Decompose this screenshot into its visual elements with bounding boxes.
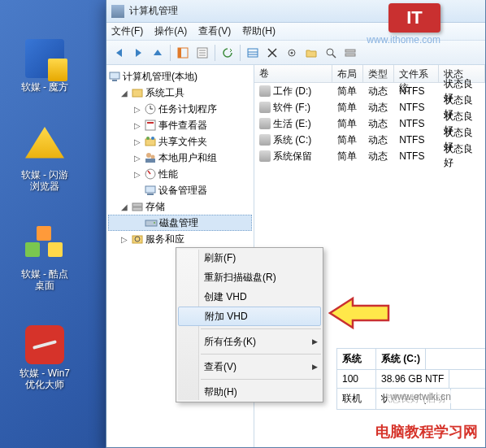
- separator: [170, 45, 171, 61]
- volume-icon: [259, 102, 271, 113]
- services-icon: [131, 233, 144, 246]
- watermark-url: www.etwiki.cn: [387, 390, 454, 403]
- svg-rect-34: [132, 203, 142, 207]
- refresh-button[interactable]: [219, 44, 236, 62]
- expand-icon[interactable]: ▷: [132, 169, 142, 179]
- tree-item[interactable]: ▷任务计划程序: [108, 101, 252, 117]
- node-label: 共享文件夹: [158, 135, 207, 149]
- menu-view[interactable]: 查看(V): [198, 24, 231, 38]
- properties-button[interactable]: [193, 44, 211, 62]
- folder-icon: [306, 48, 317, 58]
- tree-storage[interactable]: ◢存储: [108, 198, 252, 215]
- desktop-icon[interactable]: 软媒 - 闪游浏览器: [16, 127, 73, 192]
- icon-label: 软媒 - 闪游浏览器: [16, 169, 73, 192]
- tree-item[interactable]: 设备管理器: [108, 182, 252, 198]
- tree-item[interactable]: ▷本地用户和组: [108, 150, 252, 166]
- tree-diskmgmt[interactable]: 磁盘管理: [108, 215, 252, 231]
- scheduler-icon: [144, 102, 157, 115]
- search-icon: [325, 47, 336, 59]
- svg-rect-24: [147, 122, 154, 124]
- col-layout[interactable]: 布局: [332, 65, 363, 82]
- volume-icon: [259, 134, 271, 146]
- svg-point-26: [146, 137, 150, 140]
- collapse-icon[interactable]: ◢: [119, 202, 129, 211]
- svg-point-29: [151, 155, 155, 159]
- expand-icon[interactable]: ▷: [132, 104, 142, 114]
- expand-icon[interactable]: ▷: [119, 234, 129, 244]
- tree-systools[interactable]: ◢系统工具: [108, 85, 252, 101]
- it-logo: IT: [388, 3, 440, 33]
- disk-view-button[interactable]: [341, 44, 359, 62]
- expand-icon[interactable]: ▷: [132, 153, 142, 163]
- desktop-icon[interactable]: 软媒 - 酷点桌面: [16, 226, 73, 291]
- submenu-arrow-icon: ▶: [312, 363, 318, 371]
- col-volume[interactable]: 卷: [254, 65, 332, 82]
- open-button[interactable]: [302, 44, 320, 62]
- col-type[interactable]: 类型: [363, 65, 394, 82]
- menu-separator: [201, 354, 321, 354]
- cubes-icon: [25, 226, 64, 265]
- eventviewer-icon: [144, 119, 157, 132]
- icon-label: 软媒 - Win7优化大师: [16, 368, 73, 390]
- export-button[interactable]: [244, 44, 262, 62]
- delete-button[interactable]: [263, 44, 281, 62]
- desktop-icon[interactable]: 软媒 - 魔方: [16, 39, 73, 93]
- svg-point-28: [146, 153, 151, 158]
- collapse-icon[interactable]: ◢: [119, 88, 129, 98]
- forward-button[interactable]: [129, 44, 147, 62]
- expand-icon[interactable]: ▷: [132, 120, 142, 130]
- svg-rect-6: [248, 49, 258, 57]
- node-label: 任务计划程序: [158, 102, 217, 116]
- volume-list: 工作 (D:)简单动态NTFS状态良好 软件 (F:)简单动态NTFS状态良好 …: [254, 83, 485, 164]
- tree-services[interactable]: ▷服务和应: [108, 231, 252, 247]
- tree-root[interactable]: 计算机管理(本地): [108, 68, 252, 85]
- arrow-right-icon: [136, 49, 141, 57]
- svg-line-14: [332, 54, 336, 58]
- svg-marker-40: [330, 298, 388, 328]
- partition-label[interactable]: 系统 (C:): [376, 349, 426, 369]
- shared-icon: [144, 135, 157, 148]
- svg-point-13: [327, 49, 333, 55]
- disk-status: 联机: [337, 389, 376, 409]
- node-label: 系统工具: [145, 86, 184, 100]
- disk-icon: [345, 47, 356, 59]
- back-button[interactable]: [110, 44, 128, 62]
- find-button[interactable]: [322, 44, 340, 62]
- performance-icon: [144, 167, 157, 181]
- menu-all-tasks[interactable]: 所有任务(K)▶: [176, 332, 323, 351]
- menu-help[interactable]: 帮助(H): [176, 382, 323, 402]
- svg-rect-25: [145, 139, 155, 146]
- svg-rect-18: [112, 80, 117, 81]
- tree-item[interactable]: ▷事件查看器: [108, 117, 252, 133]
- arrow-left-icon: [116, 49, 122, 57]
- computer-icon: [108, 70, 121, 83]
- col-filesystem[interactable]: 文件系统: [394, 65, 439, 82]
- desktop-icon[interactable]: 软媒 - Win7优化大师: [16, 325, 73, 390]
- menu-rescan[interactable]: 重新扫描磁盘(R): [176, 267, 323, 287]
- menu-separator: [201, 379, 321, 380]
- settings-button[interactable]: [283, 44, 301, 62]
- svg-rect-19: [132, 89, 142, 97]
- node-label: 计算机管理(本地): [123, 70, 197, 84]
- spacer: [132, 185, 142, 195]
- menu-help[interactable]: 帮助(H): [242, 24, 276, 38]
- menu-attach-vhd[interactable]: 附加 VHD: [178, 307, 321, 326]
- tool-icon: [25, 325, 64, 364]
- disk-label: 系统: [337, 349, 376, 369]
- menu-view[interactable]: 查看(V)▶: [176, 357, 323, 376]
- list-item[interactable]: 系统保留简单动态NTFS状态良好: [254, 148, 485, 164]
- show-hide-button[interactable]: [174, 44, 192, 62]
- context-menu: 刷新(F) 重新扫描磁盘(R) 创建 VHD 附加 VHD 所有任务(K)▶ 查…: [176, 247, 323, 402]
- svg-rect-23: [145, 120, 155, 130]
- tree-item[interactable]: ▷性能: [108, 166, 252, 182]
- refresh-icon: [222, 47, 233, 59]
- svg-rect-15: [345, 50, 355, 52]
- menu-create-vhd[interactable]: 创建 VHD: [176, 287, 323, 307]
- menu-refresh[interactable]: 刷新(F): [176, 248, 323, 267]
- tree-item[interactable]: ▷共享文件夹: [108, 133, 252, 150]
- menu-action[interactable]: 操作(A): [154, 24, 187, 38]
- expand-icon[interactable]: ▷: [132, 137, 142, 146]
- menu-file[interactable]: 文件(F): [111, 24, 143, 38]
- up-button[interactable]: [149, 44, 167, 62]
- url-watermark: www.ithome.com: [367, 34, 440, 46]
